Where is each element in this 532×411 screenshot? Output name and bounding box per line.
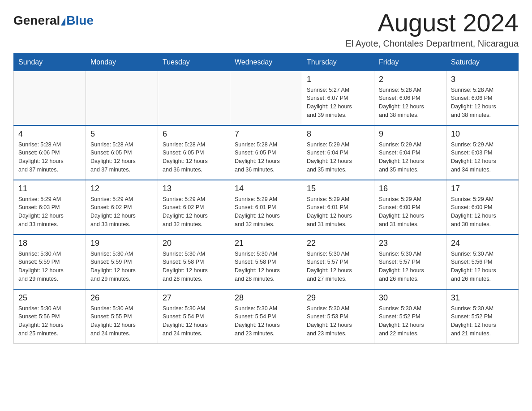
- day-cell: [14, 71, 86, 125]
- month-title: August 2024: [345, 9, 519, 37]
- day-info: Sunrise: 5:29 AM Sunset: 6:02 PM Dayligh…: [90, 195, 153, 229]
- day-info: Sunrise: 5:30 AM Sunset: 5:59 PM Dayligh…: [18, 250, 81, 283]
- day-info: Sunrise: 5:30 AM Sunset: 5:54 PM Dayligh…: [235, 304, 297, 338]
- day-number: 29: [307, 293, 369, 303]
- day-info: Sunrise: 5:29 AM Sunset: 6:01 PM Dayligh…: [307, 195, 369, 229]
- logo-general-text: General: [13, 13, 60, 28]
- col-saturday: Saturday: [446, 53, 519, 71]
- day-info: Sunrise: 5:28 AM Sunset: 6:05 PM Dayligh…: [235, 141, 297, 174]
- day-number: 12: [90, 184, 153, 193]
- day-info: Sunrise: 5:30 AM Sunset: 5:56 PM Dayligh…: [18, 304, 81, 338]
- day-number: 14: [235, 184, 297, 193]
- day-number: 25: [18, 293, 81, 303]
- day-cell: 12Sunrise: 5:29 AM Sunset: 6:02 PM Dayli…: [86, 180, 158, 235]
- day-number: 27: [163, 293, 225, 303]
- day-info: Sunrise: 5:28 AM Sunset: 6:05 PM Dayligh…: [90, 141, 153, 174]
- day-info: Sunrise: 5:30 AM Sunset: 5:52 PM Dayligh…: [379, 304, 442, 338]
- day-info: Sunrise: 5:29 AM Sunset: 6:00 PM Dayligh…: [451, 195, 514, 229]
- week-row-5: 25Sunrise: 5:30 AM Sunset: 5:56 PM Dayli…: [14, 289, 519, 344]
- day-cell: 11Sunrise: 5:29 AM Sunset: 6:03 PM Dayli…: [14, 180, 86, 235]
- day-number: 23: [379, 239, 442, 248]
- day-info: Sunrise: 5:29 AM Sunset: 6:01 PM Dayligh…: [235, 195, 297, 229]
- day-info: Sunrise: 5:28 AM Sunset: 6:06 PM Dayligh…: [18, 141, 81, 174]
- day-cell: 8Sunrise: 5:29 AM Sunset: 6:04 PM Daylig…: [302, 125, 374, 180]
- day-cell: 18Sunrise: 5:30 AM Sunset: 5:59 PM Dayli…: [14, 235, 86, 289]
- calendar-header-row: Sunday Monday Tuesday Wednesday Thursday…: [14, 53, 519, 71]
- day-cell: 30Sunrise: 5:30 AM Sunset: 5:52 PM Dayli…: [374, 289, 446, 344]
- day-number: 31: [451, 293, 514, 303]
- day-cell: 9Sunrise: 5:29 AM Sunset: 6:04 PM Daylig…: [374, 125, 446, 180]
- col-monday: Monday: [86, 53, 158, 71]
- logo-triangle-icon: [61, 17, 65, 26]
- day-cell: 26Sunrise: 5:30 AM Sunset: 5:55 PM Dayli…: [86, 289, 158, 344]
- day-number: 1: [307, 75, 369, 84]
- day-info: Sunrise: 5:29 AM Sunset: 6:04 PM Dayligh…: [307, 141, 369, 174]
- day-number: 24: [451, 239, 514, 248]
- day-cell: 29Sunrise: 5:30 AM Sunset: 5:53 PM Dayli…: [302, 289, 374, 344]
- day-info: Sunrise: 5:28 AM Sunset: 6:05 PM Dayligh…: [163, 141, 225, 174]
- calendar-table: Sunday Monday Tuesday Wednesday Thursday…: [13, 53, 519, 344]
- day-info: Sunrise: 5:30 AM Sunset: 5:52 PM Dayligh…: [451, 304, 514, 338]
- day-cell: 20Sunrise: 5:30 AM Sunset: 5:58 PM Dayli…: [158, 235, 230, 289]
- day-number: 16: [379, 184, 442, 193]
- day-cell: 27Sunrise: 5:30 AM Sunset: 5:54 PM Dayli…: [158, 289, 230, 344]
- day-number: 20: [163, 239, 225, 248]
- logo: General Blue: [13, 13, 94, 28]
- day-cell: 5Sunrise: 5:28 AM Sunset: 6:05 PM Daylig…: [86, 125, 158, 180]
- day-number: 2: [379, 75, 442, 84]
- week-row-4: 18Sunrise: 5:30 AM Sunset: 5:59 PM Dayli…: [14, 235, 519, 289]
- day-info: Sunrise: 5:28 AM Sunset: 6:06 PM Dayligh…: [451, 86, 514, 120]
- col-tuesday: Tuesday: [158, 53, 230, 71]
- day-cell: 25Sunrise: 5:30 AM Sunset: 5:56 PM Dayli…: [14, 289, 86, 344]
- day-info: Sunrise: 5:30 AM Sunset: 5:58 PM Dayligh…: [163, 250, 225, 283]
- day-number: 22: [307, 239, 369, 248]
- day-info: Sunrise: 5:30 AM Sunset: 5:54 PM Dayligh…: [163, 304, 225, 338]
- col-wednesday: Wednesday: [230, 53, 302, 71]
- day-cell: 28Sunrise: 5:30 AM Sunset: 5:54 PM Dayli…: [230, 289, 302, 344]
- day-cell: 19Sunrise: 5:30 AM Sunset: 5:59 PM Dayli…: [86, 235, 158, 289]
- day-cell: 2Sunrise: 5:28 AM Sunset: 6:06 PM Daylig…: [374, 71, 446, 125]
- day-number: 4: [18, 129, 81, 139]
- day-number: 11: [18, 184, 81, 193]
- day-info: Sunrise: 5:30 AM Sunset: 5:53 PM Dayligh…: [307, 304, 369, 338]
- day-number: 18: [18, 239, 81, 248]
- day-info: Sunrise: 5:29 AM Sunset: 6:04 PM Dayligh…: [379, 141, 442, 174]
- day-cell: [158, 71, 230, 125]
- day-number: 7: [235, 129, 297, 139]
- day-cell: 21Sunrise: 5:30 AM Sunset: 5:58 PM Dayli…: [230, 235, 302, 289]
- day-info: Sunrise: 5:27 AM Sunset: 6:07 PM Dayligh…: [307, 86, 369, 120]
- day-info: Sunrise: 5:30 AM Sunset: 5:59 PM Dayligh…: [90, 250, 153, 283]
- day-cell: 15Sunrise: 5:29 AM Sunset: 6:01 PM Dayli…: [302, 180, 374, 235]
- day-cell: 1Sunrise: 5:27 AM Sunset: 6:07 PM Daylig…: [302, 71, 374, 125]
- day-number: 19: [90, 239, 153, 248]
- day-cell: 6Sunrise: 5:28 AM Sunset: 6:05 PM Daylig…: [158, 125, 230, 180]
- day-number: 3: [451, 75, 514, 84]
- day-info: Sunrise: 5:29 AM Sunset: 6:03 PM Dayligh…: [451, 141, 514, 174]
- day-info: Sunrise: 5:30 AM Sunset: 5:57 PM Dayligh…: [307, 250, 369, 283]
- day-number: 30: [379, 293, 442, 303]
- day-cell: 7Sunrise: 5:28 AM Sunset: 6:05 PM Daylig…: [230, 125, 302, 180]
- day-number: 6: [163, 129, 225, 139]
- col-thursday: Thursday: [302, 53, 374, 71]
- day-number: 17: [451, 184, 514, 193]
- day-cell: 16Sunrise: 5:29 AM Sunset: 6:00 PM Dayli…: [374, 180, 446, 235]
- week-row-1: 1Sunrise: 5:27 AM Sunset: 6:07 PM Daylig…: [14, 71, 519, 125]
- day-info: Sunrise: 5:29 AM Sunset: 6:03 PM Dayligh…: [18, 195, 81, 229]
- day-cell: 31Sunrise: 5:30 AM Sunset: 5:52 PM Dayli…: [446, 289, 519, 344]
- day-cell: 14Sunrise: 5:29 AM Sunset: 6:01 PM Dayli…: [230, 180, 302, 235]
- day-number: 10: [451, 129, 514, 139]
- day-info: Sunrise: 5:30 AM Sunset: 5:55 PM Dayligh…: [90, 304, 153, 338]
- week-row-3: 11Sunrise: 5:29 AM Sunset: 6:03 PM Dayli…: [14, 180, 519, 235]
- day-info: Sunrise: 5:30 AM Sunset: 5:57 PM Dayligh…: [379, 250, 442, 283]
- day-info: Sunrise: 5:28 AM Sunset: 6:06 PM Dayligh…: [379, 86, 442, 120]
- day-number: 8: [307, 129, 369, 139]
- day-number: 13: [163, 184, 225, 193]
- day-number: 21: [235, 239, 297, 248]
- day-cell: 22Sunrise: 5:30 AM Sunset: 5:57 PM Dayli…: [302, 235, 374, 289]
- col-sunday: Sunday: [14, 53, 86, 71]
- day-number: 26: [90, 293, 153, 303]
- day-cell: 23Sunrise: 5:30 AM Sunset: 5:57 PM Dayli…: [374, 235, 446, 289]
- logo-blue-text: Blue: [66, 13, 94, 28]
- week-row-2: 4Sunrise: 5:28 AM Sunset: 6:06 PM Daylig…: [14, 125, 519, 180]
- title-section: August 2024 El Ayote, Chontales Departme…: [345, 9, 519, 49]
